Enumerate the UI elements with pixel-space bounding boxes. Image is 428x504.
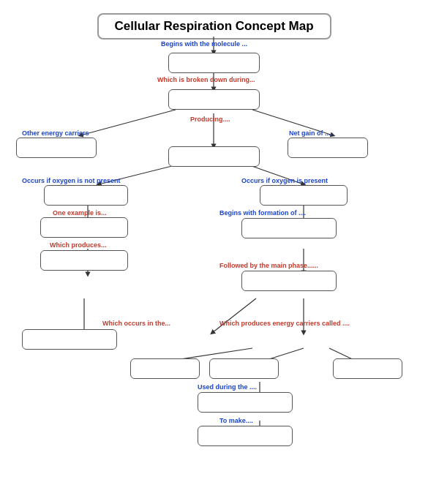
box-net-gain	[288, 138, 368, 158]
title-box: Cellular Respiration Concept Map	[97, 13, 331, 40]
label-broken-down: Which is broken down during...	[157, 76, 255, 83]
label-other-energy: Other energy carriers	[22, 129, 89, 137]
label-begins-with: Begins with the molecule ...	[161, 40, 247, 48]
label-which-produces-carriers: Which produces energy carriers called ..…	[219, 320, 350, 327]
box-one-example	[40, 217, 128, 238]
label-which-occurs: Which occurs in the...	[102, 320, 170, 327]
label-followed-by: Followed by the main phase......	[219, 262, 318, 269]
box-pyruvate	[168, 146, 260, 167]
label-producing: Producing....	[190, 116, 230, 123]
box-begins-formation	[241, 218, 337, 238]
label-begins-formation: Begins with formation of ....	[219, 209, 306, 217]
box-to-make	[198, 426, 293, 446]
label-to-make: To make....	[219, 417, 253, 424]
box-carrier-2	[209, 358, 279, 379]
label-one-example: One example is...	[53, 209, 107, 217]
box-main-phase	[241, 271, 337, 291]
box-carrier-3	[333, 358, 402, 379]
svg-line-13	[212, 298, 256, 333]
label-net-gain: Net gain of ....	[289, 129, 332, 137]
box-anaerobic	[44, 185, 128, 206]
label-which-produces: Which produces...	[50, 241, 107, 249]
box-used-during	[198, 392, 293, 413]
box-other-energy	[16, 138, 97, 158]
box-which-produces	[40, 250, 128, 271]
box-carrier-1	[130, 358, 200, 379]
label-no-o2: Occurs if oxygen is not present	[22, 177, 121, 184]
box-glycolysis	[168, 89, 260, 110]
concept-map-page: Cellular Respiration Concept Map	[0, 0, 428, 504]
box-aerobic	[260, 185, 348, 206]
svg-line-2	[80, 110, 176, 135]
box-glucose	[168, 53, 260, 73]
box-occurs-in	[22, 329, 117, 350]
label-o2: Occurs if oxygen is present	[241, 177, 328, 184]
label-used-during: Used during the ....	[198, 383, 257, 391]
